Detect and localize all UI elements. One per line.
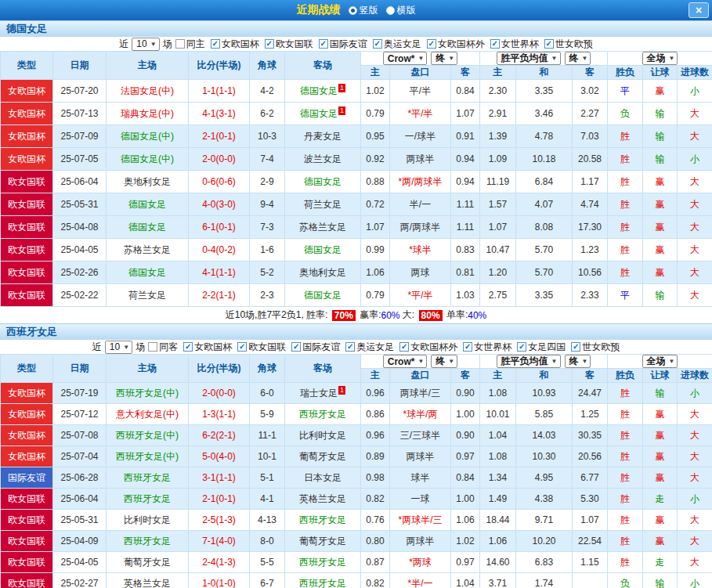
odds-company-select[interactable]: Crow*▼ [383, 355, 428, 368]
checkbox-checked-icon: ✓ [427, 39, 436, 49]
filter-checkbox-同客[interactable]: 同客 [148, 341, 178, 354]
match-date: 25-07-19 [53, 383, 107, 404]
avg-odds-away: 20.58 [573, 148, 608, 171]
result-goals: 大 [678, 125, 712, 148]
filter-checkbox-世女欧预[interactable]: ✓世女欧预 [544, 38, 593, 51]
result-handicap: 输 [643, 573, 678, 588]
match-count-select[interactable]: 10▼ [105, 341, 132, 354]
result-goals: 小 [678, 383, 712, 404]
result-goals: 大 [678, 284, 712, 307]
avg-time-select[interactable]: 终▼ [565, 355, 591, 368]
home-team-cell: 西班牙女足 [107, 531, 189, 552]
radio-vertical-layout[interactable]: 竖版 [349, 4, 378, 17]
filter-checkbox-世女欧预[interactable]: ✓世女欧预 [571, 341, 620, 354]
handicap-line: 两球半/三 [390, 383, 451, 404]
score-fulltime-halftime: 7-1(4-0) [189, 531, 250, 552]
filter-checkbox-欧女国联[interactable]: ✓欧女国联 [265, 38, 313, 51]
away-team-name: 奥地利女足 [299, 267, 346, 278]
score-fulltime-halftime: 4-0(3-0) [189, 193, 250, 216]
matches-table-germany: 类型 日期 主场 比分(半场) 角球 客场 Crow*▼ 终▼ 胜平负均值▼ 终… [0, 51, 712, 307]
checkbox-checked-icon: ✓ [319, 39, 328, 49]
checkbox-unchecked-icon [175, 39, 185, 49]
subcol-winloss: 胜负 [608, 369, 643, 383]
fulltime-select[interactable]: 全场▼ [642, 355, 678, 368]
filter-checkbox-女世界杯[interactable]: ✓女世界杯 [463, 341, 511, 354]
filter-checkbox-女欧国杯[interactable]: ✓女欧国杯 [183, 341, 232, 354]
filter-checkbox-女欧国杯外[interactable]: ✓女欧国杯外 [399, 341, 457, 354]
away-team-name: 苏格兰女足 [299, 222, 346, 233]
filter-checkbox-女欧国杯外[interactable]: ✓女欧国杯外 [427, 38, 485, 51]
corners: 5-5 [250, 552, 285, 573]
match-date: 25-05-31 [53, 510, 107, 531]
match-date: 25-07-12 [53, 404, 107, 425]
avg-odds-select[interactable]: 胜平负均值▼ [497, 52, 561, 65]
chevron-down-icon: ▼ [150, 41, 157, 48]
filter-checkbox-奥运女足[interactable]: ✓奥运女足 [373, 38, 421, 51]
avg-odds-draw: 10.18 [516, 148, 573, 171]
filter-checkbox-女足四国[interactable]: ✓女足四国 [517, 341, 566, 354]
avg-odds-away: 1.15 [573, 552, 608, 573]
avg-odds-home: 1.04 [480, 425, 516, 446]
filter-label: 欧女国联 [276, 38, 313, 51]
match-row: 欧女国联25-04-08德国女足6-1(0-1)7-3苏格兰女足1.07两/两球… [1, 216, 712, 239]
away-team-cell: 比利时女足 [285, 425, 361, 446]
score-fulltime-halftime: 1-3(1-1) [189, 404, 250, 425]
filter-checkbox-同主[interactable]: 同主 [175, 38, 205, 51]
avg-odds-away [573, 573, 608, 588]
result-goals: 大 [678, 404, 712, 425]
corners: 4-1 [250, 489, 285, 510]
filter-checkbox-女欧国杯[interactable]: ✓女欧国杯 [211, 38, 259, 51]
away-team-name: 西班牙女足 [299, 514, 346, 525]
avg-time-select[interactable]: 终▼ [565, 52, 591, 65]
home-team-cell: 比利时女足 [107, 510, 189, 531]
result-winloss: 胜 [608, 148, 643, 171]
odds-away-water: 0.90 [451, 425, 480, 446]
corners: 6-7 [250, 573, 285, 588]
avg-odds-select[interactable]: 胜平负均值▼ [497, 355, 561, 368]
radio-horizontal-layout[interactable]: 横版 [386, 4, 416, 17]
avg-odds-home: 1.34 [480, 467, 516, 489]
avg-odds-home: 18.44 [480, 510, 516, 531]
fulltime-select[interactable]: 全场▼ [642, 52, 678, 65]
summary-segment: 60% [381, 310, 399, 321]
match-count-select[interactable]: 10▼ [132, 38, 159, 51]
away-team-cell: 奥地利女足 [285, 262, 361, 284]
filter-checkbox-女世界杯[interactable]: ✓女世界杯 [490, 38, 539, 51]
avg-odds-home: 10.01 [480, 404, 516, 425]
match-type-badge: 欧女国联 [1, 510, 53, 531]
result-handicap: 赢 [643, 216, 678, 239]
filter-checkbox-欧女国联[interactable]: ✓欧女国联 [237, 341, 286, 354]
home-team-name: 德国女足 [128, 222, 166, 233]
odds-away-water: 0.83 [451, 239, 480, 262]
chevron-down-icon: ▼ [582, 358, 588, 365]
avg-odds-away: 22.54 [573, 531, 608, 552]
filter-checkbox-国际友谊[interactable]: ✓国际友谊 [291, 341, 340, 354]
score-fulltime-halftime: 2-1(0-1) [189, 125, 250, 148]
radio-horizontal-label: 横版 [397, 4, 416, 17]
score-fulltime-halftime: 5-0(4-0) [189, 446, 250, 467]
match-type-badge: 女欧国杯 [1, 425, 53, 446]
avg-odds-draw: 4.07 [516, 193, 573, 216]
filter-checkbox-group: 同主✓女欧国杯✓欧女国联✓国际友谊✓奥运女足✓女欧国杯外✓女世界杯✓世女欧预 [175, 38, 593, 51]
match-type-badge: 女欧国杯 [1, 446, 53, 467]
filter-checkbox-国际友谊[interactable]: ✓国际友谊 [319, 38, 367, 51]
summary-segment: 80% [419, 310, 443, 321]
avg-odds-home: 1.06 [480, 531, 516, 552]
corners: 9-4 [250, 193, 285, 216]
filter-checkbox-奥运女足[interactable]: ✓奥运女足 [345, 341, 394, 354]
result-winloss: 胜 [608, 425, 643, 446]
subcol-odds-away: 客 [451, 369, 480, 383]
close-button[interactable]: × [689, 2, 709, 18]
avg-odds-home: 1.09 [480, 148, 516, 171]
away-team-cell: 葡萄牙女足 [285, 446, 361, 467]
odds-company-select[interactable]: Crow*▼ [383, 52, 428, 65]
col-away: 客场 [285, 52, 361, 80]
away-team-name: 英格兰女足 [299, 493, 346, 504]
odds-away-water: 1.02 [451, 531, 480, 552]
odds-time-select[interactable]: 终▼ [431, 355, 457, 368]
result-handicap: 赢 [643, 262, 678, 284]
match-row: 女欧国杯25-07-08西班牙女足(中)6-2(2-1)11-1比利时女足0.9… [1, 425, 712, 446]
result-winloss: 胜 [608, 262, 643, 284]
odds-time-select[interactable]: 终▼ [431, 52, 457, 65]
result-handicap: 走 [643, 489, 678, 510]
